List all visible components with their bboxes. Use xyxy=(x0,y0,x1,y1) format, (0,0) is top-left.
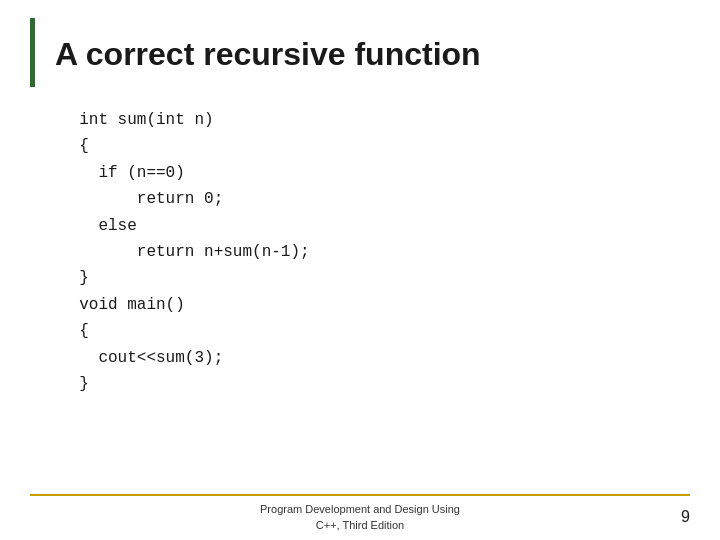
footer-center: Program Development and Design Using C++… xyxy=(260,501,460,534)
footer: Program Development and Design Using C++… xyxy=(0,496,720,540)
code-area: int sum(int n) { if (n==0) return 0; els… xyxy=(0,97,720,494)
footer-line1: Program Development and Design Using xyxy=(260,503,460,515)
title-bar: A correct recursive function xyxy=(30,18,690,87)
slide: A correct recursive function int sum(int… xyxy=(0,0,720,540)
footer-line2: C++, Third Edition xyxy=(316,519,404,531)
page-number: 9 xyxy=(630,508,690,526)
slide-title: A correct recursive function xyxy=(55,36,481,72)
code-block: int sum(int n) { if (n==0) return 0; els… xyxy=(60,107,670,397)
